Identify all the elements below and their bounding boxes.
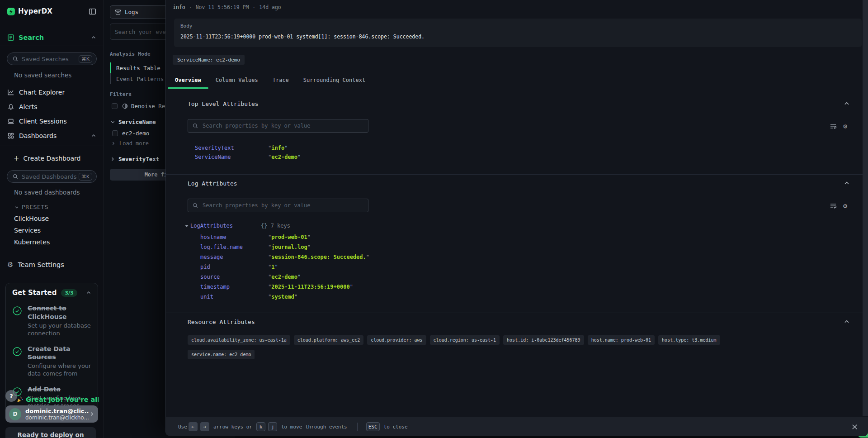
sidebar-item-search[interactable]: Search xyxy=(0,35,104,46)
resource-chip[interactable]: cloud.provider: aws xyxy=(367,335,426,345)
property-search[interactable] xyxy=(188,119,368,133)
party-popper-icon xyxy=(16,396,24,403)
close-icon[interactable] xyxy=(851,424,858,430)
chart-explorer-icon xyxy=(7,89,15,96)
filter-group-label: SeverityText xyxy=(118,156,159,162)
sidebar: HyperDX Search Saved Searches ⌘K No save… xyxy=(0,0,104,438)
source-selector-label: Logs xyxy=(125,9,138,15)
footer-text: Use xyxy=(178,424,187,430)
attribute-value[interactable]: 1 xyxy=(268,264,278,270)
presets-label: PRESETS xyxy=(22,204,48,210)
attribute-row: SeverityText info xyxy=(188,143,844,152)
attribute-value[interactable]: prod-web-01 xyxy=(268,234,311,240)
collapse-sidebar-icon[interactable] xyxy=(89,8,96,15)
wrap-lines-icon[interactable] xyxy=(830,123,837,130)
tab-overview[interactable]: Overview xyxy=(168,72,208,88)
sidebar-item-alerts[interactable]: Alerts xyxy=(0,100,104,113)
attribute-key[interactable]: message xyxy=(200,254,268,260)
deploy-banner[interactable]: Ready to deploy on xyxy=(5,427,96,438)
chevron-up-icon[interactable] xyxy=(844,319,850,325)
attribute-key[interactable]: SeverityText xyxy=(195,145,268,151)
resource-chip[interactable]: cloud.platform: aws_ec2 xyxy=(294,335,363,345)
filter-value-checkbox[interactable] xyxy=(112,130,118,136)
chevron-up-icon xyxy=(91,133,96,138)
preset-kubernetes[interactable]: Kubernetes xyxy=(0,237,104,248)
logs-source-icon xyxy=(115,9,121,15)
attribute-key[interactable]: timestamp xyxy=(200,284,268,290)
search-icon xyxy=(13,56,18,62)
property-search-input[interactable] xyxy=(202,202,363,209)
resource-chip[interactable]: host.name: prod-web-01 xyxy=(588,335,655,345)
attribute-key[interactable]: unit xyxy=(200,294,268,300)
saved-searches-input[interactable]: Saved Searches ⌘K xyxy=(7,52,97,65)
resource-chip[interactable]: service.name: ec2-demo xyxy=(188,350,255,359)
resource-chip[interactable]: cloud.region: us-east-1 xyxy=(430,335,500,345)
resource-chip[interactable]: host.id: i-0abc123def456789 xyxy=(503,335,584,345)
attribute-value[interactable]: systemd xyxy=(268,294,297,300)
panel-scrollbar[interactable] xyxy=(863,0,868,416)
sidebar-item-team-settings[interactable]: ⚙ Team Settings xyxy=(7,261,96,268)
presets-toggle[interactable]: PRESETS xyxy=(14,204,96,210)
shortcut-badge: ⌘K xyxy=(79,55,92,63)
section-title: Resource Attributes xyxy=(188,319,844,325)
sidebar-item-chart-explorer[interactable]: Chart Explorer xyxy=(0,86,104,99)
k-keycap: k xyxy=(256,422,265,431)
chevron-up-icon[interactable] xyxy=(844,180,850,186)
preset-clickhouse[interactable]: ClickHouse xyxy=(0,213,104,224)
chevron-up-icon xyxy=(91,35,96,40)
attribute-key[interactable]: pid xyxy=(200,264,268,270)
resource-attribute-chips: cloud.availability_zone: us-east-1a clou… xyxy=(188,335,737,359)
filter-value-label: ec2-demo xyxy=(122,130,149,137)
gear-icon[interactable]: ⚙ xyxy=(843,202,847,209)
attribute-value[interactable]: ec2-demo xyxy=(268,274,301,280)
caret-down-icon xyxy=(185,225,189,227)
attribute-value[interactable]: ec2-demo xyxy=(268,154,301,160)
tab-column-values[interactable]: Column Values xyxy=(208,72,265,88)
team-settings-label: Team Settings xyxy=(18,261,64,268)
attribute-value[interactable]: session-846.scope: Succeeded. xyxy=(268,254,369,260)
avatar: D xyxy=(9,408,21,420)
property-search[interactable] xyxy=(188,199,368,212)
user-menu[interactable]: D dominic.tran@clic... dominic.tran@clic… xyxy=(5,405,98,423)
tab-surrounding-context[interactable]: Surrounding Context xyxy=(296,72,373,88)
property-search-input[interactable] xyxy=(202,122,363,129)
chevron-up-icon[interactable] xyxy=(844,100,850,107)
get-started-step-sources[interactable]: Create Data Sources Configure where your… xyxy=(12,345,91,378)
help-button[interactable]: ? xyxy=(5,390,17,402)
attribute-key[interactable]: source xyxy=(200,274,268,280)
sidebar-search-label: Search xyxy=(19,34,44,41)
attribute-key[interactable]: hostname xyxy=(200,234,268,240)
sidebar-item-dashboards[interactable]: Dashboards xyxy=(0,129,104,142)
attribute-key[interactable]: log.file.name xyxy=(200,244,268,250)
service-tag-chip[interactable]: ServiceName: ec2-demo xyxy=(173,55,245,65)
attribute-value[interactable]: info xyxy=(268,145,288,151)
tree-root-logattributes[interactable]: LogAttributes {} 7 keys xyxy=(185,222,844,229)
attribute-value[interactable]: 2025-11-11T23:56:19+0000 xyxy=(268,284,353,290)
attribute-value[interactable]: journal.log xyxy=(268,244,311,250)
saved-dashboards-input[interactable]: Saved Dashboards ⌘K xyxy=(7,170,97,183)
app-title: HyperDX xyxy=(18,7,52,15)
chevron-up-icon[interactable] xyxy=(86,290,91,295)
attribute-row: message session-846.scope: Succeeded. xyxy=(188,252,844,262)
nav-label: Alerts xyxy=(19,103,38,110)
attribute-key[interactable]: ServiceName xyxy=(195,154,268,160)
footer-text: to move through events xyxy=(281,424,347,430)
preset-services[interactable]: Services xyxy=(0,225,104,236)
attribute-key[interactable]: LogAttributes xyxy=(190,223,261,229)
create-dashboard-button[interactable]: + Create Dashboard xyxy=(14,154,96,162)
resource-chip[interactable]: cloud.availability_zone: us-east-1a xyxy=(188,335,290,345)
user-email: dominic.tran@clickho... xyxy=(25,414,89,421)
chevron-right-icon xyxy=(89,411,94,417)
no-saved-searches-text: No saved searches xyxy=(14,71,96,79)
wrap-lines-icon[interactable] xyxy=(830,202,837,209)
gear-icon[interactable]: ⚙ xyxy=(843,123,847,130)
sidebar-item-client-sessions[interactable]: Client Sessions xyxy=(0,115,104,128)
load-more-label: Load more xyxy=(119,140,149,147)
get-started-step-connect[interactable]: Connect to ClickHouse Set up your databa… xyxy=(12,304,91,338)
section-title: Top Level Attributes xyxy=(188,100,844,107)
resource-chip[interactable]: host.type: t3.medium xyxy=(658,335,720,345)
denoise-checkbox[interactable] xyxy=(112,103,118,109)
section-resource-attributes: Resource Attributes cloud.availability_z… xyxy=(166,313,863,370)
filter-group-label: ServiceName xyxy=(118,119,156,125)
tab-trace[interactable]: Trace xyxy=(265,72,296,88)
